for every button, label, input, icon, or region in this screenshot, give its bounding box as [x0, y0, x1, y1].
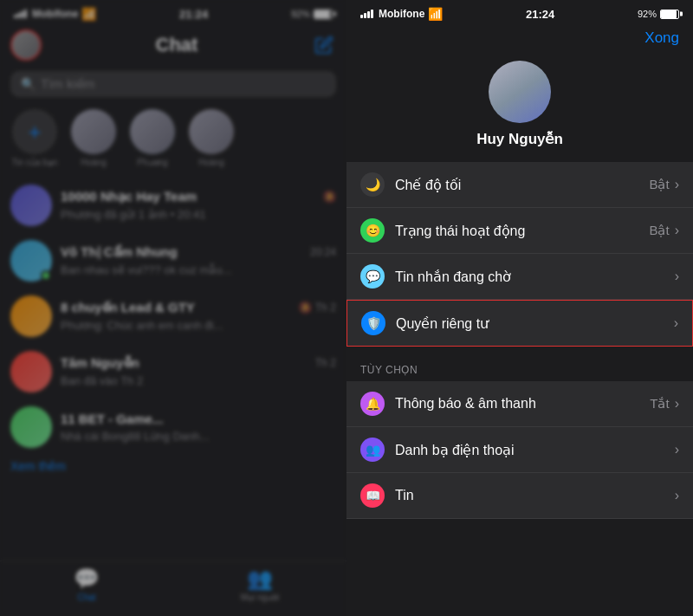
- profile-section: Huy Nguyễn: [346, 54, 693, 162]
- menu-notifications[interactable]: 🔔 Thông báo & âm thanh Tắt ›: [346, 381, 693, 427]
- chevron-right-icon-4: ›: [675, 396, 679, 412]
- menu-tin[interactable]: 📖 Tin ›: [346, 473, 693, 519]
- tuy-chon-label: TÙY CHỌN: [346, 353, 693, 381]
- profile-name: Huy Nguyễn: [476, 130, 563, 148]
- left-panel: Mobifone 📶 21:24 92% Chat 🔍 Tìm kiếm +: [0, 0, 346, 616]
- menu-pending[interactable]: 💬 Tin nhắn đang chờ ›: [346, 254, 693, 300]
- menu-activity-value: Bật: [649, 223, 669, 238]
- menu-pending-label: Tin nhắn đang chờ: [395, 269, 675, 285]
- right-panel: Mobifone 📶 21:24 92% Xong Huy Nguyễn 🌙 C…: [346, 0, 693, 616]
- right-header: Xong: [346, 26, 693, 54]
- profile-avatar-image: [489, 61, 551, 123]
- menu-contacts[interactable]: 👥 Danh bạ điện thoại ›: [346, 427, 693, 473]
- menu-privacy-label: Quyền riêng tư: [396, 315, 674, 332]
- chat-bubble-icon: 💬: [360, 264, 385, 289]
- people-icon: 👥: [360, 438, 385, 462]
- book-icon: 📖: [360, 483, 385, 508]
- menu-activity[interactable]: 😊 Trạng thái hoạt động Bật ›: [346, 208, 693, 254]
- chevron-right-icon-6: ›: [675, 488, 679, 503]
- right-battery: 92%: [638, 9, 679, 19]
- menu-section: 🌙 Chế độ tối Bật › 😊 Trạng thái hoạt độn…: [346, 162, 693, 616]
- right-status-bar: Mobifone 📶 21:24 92%: [346, 0, 693, 26]
- done-button[interactable]: Xong: [644, 29, 679, 47]
- menu-dark-mode-value: Bật: [649, 177, 669, 192]
- menu-dark-mode[interactable]: 🌙 Chế độ tối Bật ›: [346, 162, 693, 208]
- moon-icon: 🌙: [360, 172, 385, 197]
- menu-contacts-label: Danh bạ điện thoại: [395, 442, 675, 458]
- menu-notifications-value: Tắt: [650, 396, 669, 412]
- menu-activity-label: Trạng thái hoạt động: [395, 223, 649, 239]
- chevron-right-icon: ›: [675, 177, 679, 192]
- menu-tin-label: Tin: [395, 488, 675, 503]
- blur-overlay: [0, 0, 346, 616]
- green-dot-icon: 😊: [360, 218, 385, 243]
- chevron-right-icon-2: ›: [675, 269, 679, 284]
- right-signal-icon: [360, 10, 373, 18]
- right-battery-icon: [660, 10, 679, 19]
- menu-privacy[interactable]: 🛡️ Quyền riêng tư ›: [346, 300, 693, 347]
- chevron-right-icon-3: ›: [674, 315, 678, 331]
- bell-icon: 🔔: [360, 392, 385, 416]
- right-carrier: Mobifone 📶: [360, 7, 443, 21]
- menu-dark-mode-label: Chế độ tối: [395, 177, 649, 193]
- menu-notifications-label: Thông báo & âm thanh: [395, 396, 650, 412]
- right-time: 21:24: [526, 8, 554, 21]
- menu-gap: [346, 347, 693, 353]
- profile-avatar: [489, 61, 551, 123]
- shield-icon: 🛡️: [361, 311, 385, 335]
- right-wifi-icon: 📶: [428, 7, 443, 21]
- chevron-right-icon-5: ›: [675, 442, 679, 457]
- chevron-right-icon-1: ›: [675, 223, 679, 238]
